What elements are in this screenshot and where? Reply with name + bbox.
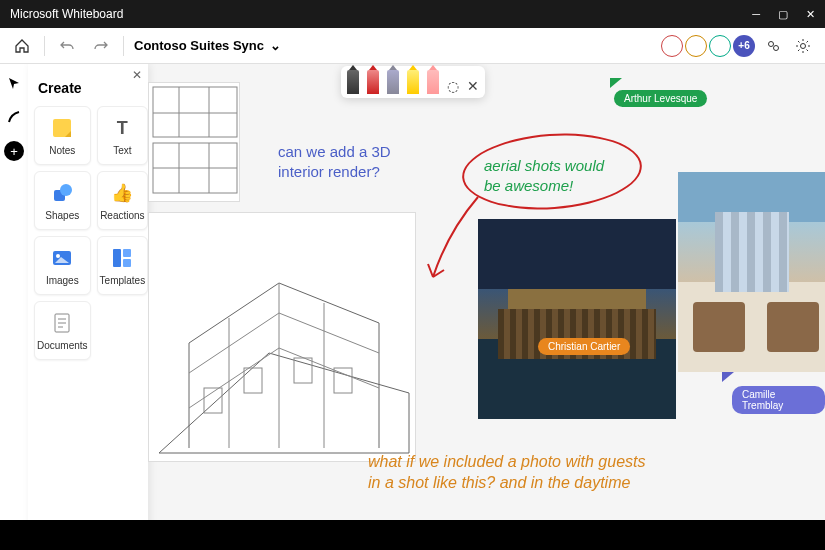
create-documents[interactable]: Documents	[34, 301, 91, 360]
create-panel: ✕ Create Notes TText Shapes 👍Reactions I…	[28, 64, 148, 550]
create-panel-title: Create	[38, 80, 138, 96]
lasso-tool[interactable]: ◌	[447, 78, 459, 94]
building-sketch-image[interactable]	[148, 212, 416, 462]
note-blue[interactable]: can we add a 3D interior render?	[278, 142, 391, 181]
svg-point-0	[769, 41, 774, 46]
close-panel-button[interactable]: ✕	[132, 68, 142, 82]
create-shapes[interactable]: Shapes	[34, 171, 91, 230]
cursor-label-christian: Christian Cartier	[538, 338, 630, 355]
lobby-photo[interactable]	[678, 172, 825, 372]
cursor-camille	[722, 372, 734, 382]
create-reactions[interactable]: 👍Reactions	[97, 171, 149, 230]
svg-point-5	[60, 184, 72, 196]
note-orange[interactable]: what if we included a photo with guests …	[368, 452, 646, 494]
create-text[interactable]: TText	[97, 106, 149, 165]
floorplan-image[interactable]	[148, 82, 240, 202]
avatar[interactable]	[661, 35, 683, 57]
titlebar: Microsoft Whiteboard ─ ▢ ✕	[0, 0, 825, 28]
pen-blue[interactable]	[387, 70, 399, 94]
settings-icon[interactable]	[791, 34, 815, 58]
pen-red[interactable]	[367, 70, 379, 94]
select-tool[interactable]	[3, 72, 25, 94]
svg-line-24	[279, 313, 379, 353]
svg-point-7	[56, 254, 60, 258]
svg-rect-15	[153, 87, 237, 137]
svg-rect-33	[334, 368, 352, 393]
cursor-label-camille: Camille Tremblay	[732, 386, 825, 414]
resort-photo[interactable]	[478, 219, 676, 419]
create-templates[interactable]: Templates	[97, 236, 149, 295]
highlighter-yellow[interactable]	[407, 70, 419, 94]
redo-icon[interactable]	[89, 34, 113, 58]
create-notes[interactable]: Notes	[34, 106, 91, 165]
close-window-button[interactable]: ✕	[806, 8, 815, 21]
side-toolbar: +	[0, 64, 28, 550]
bottom-bar	[0, 520, 825, 550]
board-name-dropdown[interactable]: Contoso Suites Sync ⌄	[134, 38, 281, 53]
ink-tool[interactable]	[3, 106, 25, 128]
share-icon[interactable]	[761, 34, 785, 58]
avatar[interactable]	[685, 35, 707, 57]
top-toolbar: Contoso Suites Sync ⌄ +6	[0, 28, 825, 64]
add-tool[interactable]: +	[3, 140, 25, 162]
maximize-button[interactable]: ▢	[778, 8, 788, 21]
cursor-arthur	[610, 78, 622, 88]
ink-arrow[interactable]	[418, 192, 488, 292]
svg-rect-9	[123, 249, 131, 257]
svg-rect-8	[113, 249, 121, 267]
separator	[123, 36, 124, 56]
close-pen-toolbar[interactable]: ✕	[467, 78, 479, 94]
svg-line-25	[189, 348, 279, 408]
home-icon[interactable]	[10, 34, 34, 58]
avatar-more[interactable]: +6	[733, 35, 755, 57]
collaborator-avatars[interactable]: +6	[661, 35, 755, 57]
pen-toolbar: ◌ ✕	[341, 66, 485, 98]
pen-black[interactable]	[347, 70, 359, 94]
separator	[44, 36, 45, 56]
avatar[interactable]	[709, 35, 731, 57]
svg-rect-31	[244, 368, 262, 393]
chevron-down-icon: ⌄	[270, 38, 281, 53]
svg-rect-10	[123, 259, 131, 267]
whiteboard-canvas[interactable]: + ✕ Create Notes TText Shapes 👍Reactions…	[0, 64, 825, 550]
svg-point-1	[774, 45, 779, 50]
svg-line-23	[189, 313, 279, 373]
create-images[interactable]: Images	[34, 236, 91, 295]
cursor-label-arthur: Arthur Levesque	[614, 90, 707, 107]
app-title: Microsoft Whiteboard	[10, 7, 123, 21]
svg-point-2	[801, 43, 806, 48]
highlighter-pink[interactable]	[427, 70, 439, 94]
undo-icon[interactable]	[55, 34, 79, 58]
minimize-button[interactable]: ─	[752, 8, 760, 21]
svg-rect-32	[294, 358, 312, 383]
